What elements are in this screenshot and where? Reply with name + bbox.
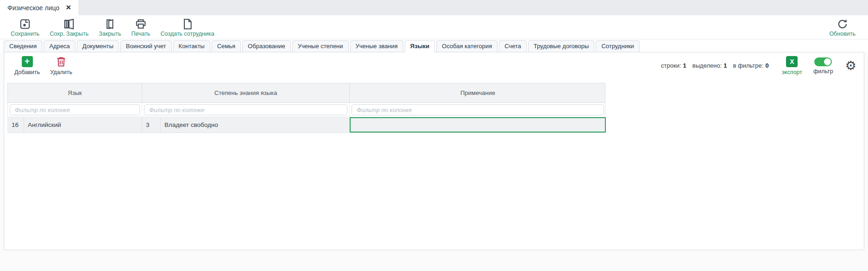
tab-adresa[interactable]: Адреса [44, 40, 75, 52]
document-tabstrip: Физическое лицо × [0, 0, 868, 15]
tab-scheta[interactable]: Счета [499, 40, 527, 52]
cell-level-code[interactable]: 3 [142, 117, 161, 132]
filter-toggle[interactable]: фильтр [813, 56, 833, 75]
table-row[interactable]: 16 Английский 3 Владеет свободно [7, 117, 605, 133]
close-tab-icon[interactable]: × [66, 3, 71, 12]
languages-table: Язык Степень знания языка Примечание 16 … [7, 83, 605, 133]
tab-osobaya-kategoriya[interactable]: Особая категория [436, 40, 497, 52]
excel-icon: X [786, 56, 798, 67]
column-header-level[interactable]: Степень знания языка [142, 83, 350, 102]
filter-toggle-label: фильтр [813, 68, 833, 75]
doc-tab-fizicheskoe-lico[interactable]: Физическое лицо × [0, 0, 78, 15]
selected-count-stat: выделено:1 [692, 62, 727, 69]
doc-tab-title: Физическое лицо [7, 4, 59, 12]
grid-toolbar-right: строки:1 выделено:1 в фильтре:0 X экспор… [661, 56, 856, 76]
export-excel-button[interactable]: X экспорт [782, 56, 802, 76]
save-close-button-label: Сохр. Закрыть [50, 31, 88, 37]
plus-icon: + [22, 56, 33, 67]
close-button-label: Закрыть [99, 31, 121, 37]
rows-count-stat: строки:1 [661, 62, 686, 69]
column-header-language[interactable]: Язык [8, 83, 142, 102]
tab-dokumenty[interactable]: Документы [77, 40, 119, 52]
print-icon [135, 18, 147, 30]
create-employee-button-label: Создать сотрудника [160, 31, 214, 37]
create-employee-button[interactable]: Создать сотрудника [155, 17, 219, 38]
save-close-button[interactable]: Сохр. Закрыть [44, 17, 94, 38]
cell-language-id[interactable]: 16 [8, 117, 24, 132]
toggle-knob [824, 58, 831, 65]
toggle-switch[interactable] [814, 57, 832, 66]
refresh-icon [837, 18, 849, 30]
filter-input-level[interactable] [144, 104, 347, 115]
add-row-label: Добавить [14, 69, 40, 76]
gear-icon: ⚙ [845, 59, 856, 73]
tab-voinskiy-uchet[interactable]: Воинский учет [120, 40, 172, 52]
tab-obrazovanie[interactable]: Образование [242, 40, 291, 52]
tab-svedeniya[interactable]: Сведения [4, 40, 42, 52]
tab-trudovye-dogovory[interactable]: Трудовые договоры [528, 40, 594, 52]
cell-language[interactable]: Английский [24, 117, 142, 132]
door-icon [104, 18, 116, 30]
refresh-button-label: Обновить [829, 31, 855, 37]
form-tabbar: Сведения Адреса Документы Воинский учет … [0, 39, 868, 52]
tab-yazyki[interactable]: Языки [405, 40, 435, 52]
languages-panel: + Добавить Удалить строки:1 выделено:1 в… [4, 52, 864, 250]
save-button[interactable]: Сохранить [6, 17, 44, 38]
tab-sotrudniki[interactable]: Сотрудники [596, 40, 639, 52]
save-button-label: Сохранить [11, 31, 39, 37]
delete-row-button[interactable]: Удалить [50, 56, 72, 76]
column-header-note[interactable]: Примечание [350, 83, 606, 102]
trash-icon [56, 56, 66, 67]
table-header-row: Язык Степень знания языка Примечание [7, 83, 605, 103]
tab-kontakty[interactable]: Контакты [173, 40, 210, 52]
print-button-label: Печать [131, 31, 150, 37]
settings-gear-button[interactable]: ⚙ [845, 60, 856, 72]
delete-row-label: Удалить [50, 69, 72, 76]
filter-input-note[interactable] [352, 104, 604, 115]
tab-semya[interactable]: Семья [212, 40, 241, 52]
cell-level[interactable]: Владеет свободно [161, 117, 350, 132]
filtered-count-stat: в фильтре:0 [733, 62, 769, 69]
grid-stats: строки:1 выделено:1 в фильтре:0 [661, 62, 769, 69]
table-filter-row [7, 103, 605, 117]
export-label: экспорт [782, 69, 802, 76]
close-button[interactable]: Закрыть [94, 17, 126, 38]
refresh-button[interactable]: Обновить [824, 17, 861, 38]
filter-input-language[interactable] [10, 104, 140, 115]
print-button[interactable]: Печать [126, 17, 155, 38]
save-icon [19, 18, 31, 30]
tab-uchenye-stepeni[interactable]: Ученые степени [292, 40, 349, 52]
cell-note-selected[interactable] [350, 117, 606, 132]
save-close-icon [63, 18, 75, 30]
new-document-icon [182, 18, 194, 30]
grid-toolbar: + Добавить Удалить строки:1 выделено:1 в… [4, 52, 864, 79]
tab-uchenye-zvaniya[interactable]: Ученые звания [350, 40, 403, 52]
main-toolbar: Сохранить Сохр. Закрыть Закрыть [0, 15, 868, 39]
add-row-button[interactable]: + Добавить [14, 56, 40, 76]
